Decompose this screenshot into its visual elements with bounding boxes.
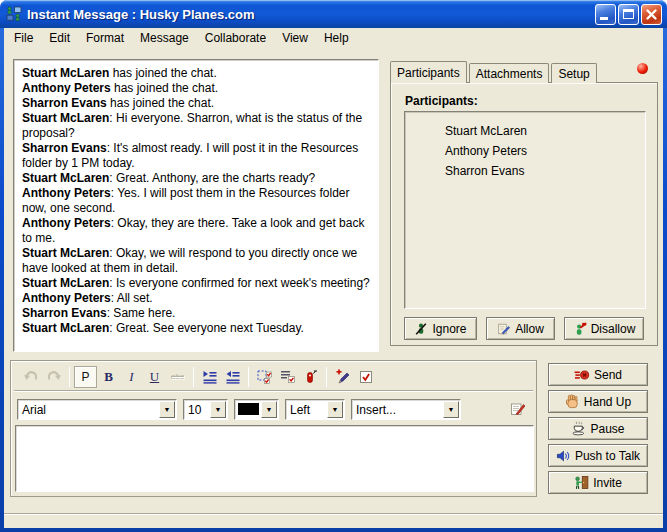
redo-button[interactable] [42, 366, 65, 388]
participant-item[interactable]: Anthony Peters [445, 141, 645, 161]
plain-text-button[interactable]: P [74, 366, 97, 388]
chat-message: Stuart McLaren: Great. Anthony, are the … [22, 171, 370, 186]
participants-listbox[interactable]: Stuart McLarenAnthony PetersSharron Evan… [404, 111, 646, 309]
chat-message: Anthony Peters: Yes. I will post them in… [22, 186, 370, 216]
indent-icon [202, 369, 218, 385]
push-to-talk-icon [556, 449, 571, 463]
edit-note-button[interactable] [510, 401, 526, 417]
allow-icon [497, 322, 511, 336]
menu-bar: FileEditFormatMessageCollaborateViewHelp [4, 28, 663, 48]
pause-button[interactable]: Pause [548, 417, 648, 440]
maximize-button[interactable] [618, 4, 639, 25]
add-annotation-button[interactable] [331, 366, 354, 388]
allow-button[interactable]: Allow [486, 317, 555, 340]
allow-label: Allow [515, 322, 544, 336]
marker-icon [303, 369, 319, 385]
small-caps-button[interactable]: abc [166, 366, 189, 388]
align-select[interactable]: Left ▼ [285, 399, 345, 420]
chat-message: Anthony Peters: Okay, they are there. Ta… [22, 216, 370, 246]
pause-icon [571, 421, 586, 436]
menu-message[interactable]: Message [132, 28, 197, 48]
toolbar-separator [69, 367, 70, 387]
tab-attachments[interactable]: Attachments [469, 63, 550, 83]
menu-edit[interactable]: Edit [41, 28, 78, 48]
list-marks-icon [280, 369, 296, 385]
chat-message: Stuart McLaren: Is everyone confirmed fo… [22, 276, 370, 291]
underline-button[interactable]: U [143, 366, 166, 388]
tab-setup[interactable]: Setup [551, 63, 596, 83]
outdent-button[interactable] [221, 366, 244, 388]
ignore-icon [414, 322, 428, 336]
ignore-button[interactable]: Ignore [404, 317, 477, 340]
client-area: FileEditFormatMessageCollaborateViewHelp… [4, 28, 663, 528]
underline-label: U [150, 369, 159, 385]
italic-button[interactable]: I [120, 366, 143, 388]
chat-message: Anthony Peters: All set. [22, 291, 370, 306]
participant-item[interactable]: Stuart McLaren [445, 121, 645, 141]
indent-button[interactable] [198, 366, 221, 388]
menu-collaborate[interactable]: Collaborate [197, 28, 274, 48]
menu-file[interactable]: File [6, 28, 41, 48]
undo-button[interactable] [19, 366, 42, 388]
chevron-down-icon[interactable]: ▼ [261, 401, 277, 418]
send-button[interactable]: Send [548, 363, 648, 386]
participants-panel: Participants: Stuart McLarenAnthony Pete… [390, 82, 658, 346]
small-caps-label: abc [171, 372, 184, 381]
chat-message: Sharron Evans: Same here. [22, 306, 370, 321]
menu-help[interactable]: Help [316, 28, 357, 48]
insert-select[interactable]: Insert... ▼ [351, 399, 461, 420]
participants-buttons: Ignore Allow [404, 317, 644, 340]
toolbar-separator [326, 367, 327, 387]
chevron-down-icon[interactable]: ▼ [210, 401, 226, 418]
ignore-label: Ignore [432, 322, 466, 336]
chevron-down-icon[interactable]: ▼ [327, 401, 343, 418]
spellcheck-button[interactable] [354, 366, 377, 388]
font-family-select[interactable]: Arial ▼ [17, 399, 177, 420]
chevron-down-icon[interactable]: ▼ [443, 401, 459, 418]
marker-button[interactable] [299, 366, 322, 388]
push-to-talk-button[interactable]: Push to Talk [548, 444, 648, 467]
title-bar[interactable]: Instant Message : Husky Planes.com [0, 0, 667, 28]
pause-label: Pause [590, 422, 624, 436]
menu-view[interactable]: View [274, 28, 316, 48]
toolbar-separator [248, 367, 249, 387]
chat-message: Stuart McLaren: Great. See everyone next… [22, 321, 370, 336]
insert-value: Insert... [356, 403, 396, 417]
select-marks-button[interactable] [253, 366, 276, 388]
font-family-value: Arial [22, 403, 46, 417]
close-icon [642, 5, 661, 24]
chat-message: Stuart McLaren: Hi everyone. Sharron, wh… [22, 111, 370, 141]
composer-group: P B I U abc [10, 360, 537, 497]
participant-item[interactable]: Sharron Evans [445, 161, 645, 181]
format-toolbar: P B I U abc [14, 363, 533, 391]
chevron-down-icon[interactable]: ▼ [159, 401, 175, 418]
hand-up-label: Hand Up [584, 395, 631, 409]
select-marks-icon [257, 369, 273, 385]
disallow-label: Disallow [591, 322, 636, 336]
plain-text-label: P [81, 370, 89, 384]
undo-icon [23, 369, 39, 385]
color-swatch [238, 403, 259, 415]
font-color-select[interactable]: ▼ [234, 399, 279, 420]
disallow-button[interactable]: Disallow [564, 317, 644, 340]
app-icon [6, 6, 22, 22]
message-input[interactable] [15, 425, 534, 492]
instant-message-window: Instant Message : Husky Planes.com FileE… [0, 0, 667, 532]
chat-message: Stuart McLaren has joined the chat. [22, 66, 370, 81]
chat-message: Stuart McLaren: Okay, we will respond to… [22, 246, 370, 276]
close-button[interactable] [641, 4, 662, 25]
menu-format[interactable]: Format [78, 28, 132, 48]
font-size-select[interactable]: 10 ▼ [183, 399, 228, 420]
chat-message: Sharron Evans: It's almost ready. I will… [22, 141, 370, 171]
tab-participants[interactable]: Participants [390, 61, 467, 83]
minimize-button[interactable] [595, 4, 616, 25]
font-toolbar: Arial ▼ 10 ▼ ▼ Left ▼ Insert... ▼ [17, 398, 530, 420]
list-marks-button[interactable] [276, 366, 299, 388]
action-buttons: Send Hand Up [548, 363, 648, 498]
bold-button[interactable]: B [97, 366, 120, 388]
status-bar [4, 513, 663, 528]
invite-button[interactable]: Invite [548, 471, 648, 494]
hand-up-button[interactable]: Hand Up [548, 390, 648, 413]
chat-history[interactable]: Stuart McLaren has joined the chat.Antho… [13, 59, 379, 352]
redo-icon [46, 369, 62, 385]
